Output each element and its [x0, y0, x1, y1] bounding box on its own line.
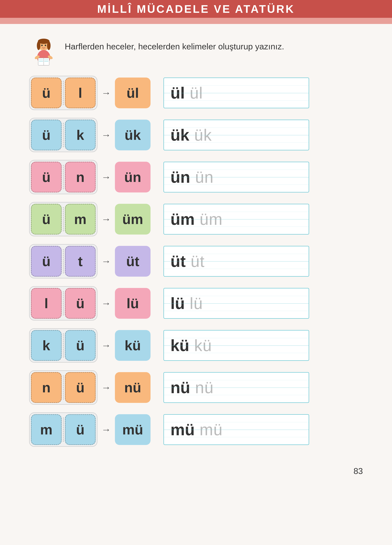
- result-box-row-6: lü: [115, 288, 150, 319]
- writing-solid-row-5: üt: [170, 252, 186, 271]
- letter-box-2-row-7: ü: [65, 330, 96, 361]
- writing-solid-row-8: nü: [170, 378, 190, 397]
- writing-solid-row-6: lü: [170, 294, 185, 313]
- page-number: 83: [354, 466, 363, 476]
- letter-box-1-row-2: ü: [31, 120, 62, 150]
- letter-row-6: l ü → lü lü lü: [29, 286, 363, 321]
- letter-box-2-row-8: ü: [65, 372, 96, 403]
- svg-point-4: [47, 41, 51, 50]
- writing-area-row-6: lü lü: [163, 288, 309, 319]
- letter-box-1-row-8: n: [31, 372, 62, 403]
- svg-point-6: [45, 45, 46, 46]
- writing-solid-row-4: üm: [170, 210, 195, 229]
- result-box-row-8: nü: [115, 372, 150, 403]
- letter-box-2-row-2: k: [65, 120, 96, 150]
- writing-dotted-row-1: ül: [190, 84, 203, 102]
- letter-box-1-row-3: ü: [31, 162, 62, 192]
- writing-dotted-row-7: kü: [194, 336, 212, 355]
- writing-solid-row-2: ük: [170, 126, 189, 144]
- letter-rows: ü l → ül ül ül ü k → ük: [29, 76, 363, 447]
- letter-box-2-row-4: m: [65, 204, 96, 235]
- writing-dotted-row-3: ün: [195, 168, 214, 186]
- writing-area-row-3: ün ün: [163, 162, 309, 192]
- writing-dotted-row-6: lü: [190, 294, 203, 313]
- writing-dotted-row-9: mü: [199, 420, 223, 439]
- letter-box-2-row-3: n: [65, 162, 96, 192]
- letter-box-1-row-1: ü: [31, 78, 62, 108]
- result-box-row-9: mü: [115, 414, 150, 445]
- writing-solid-row-7: kü: [170, 336, 189, 355]
- writing-dotted-row-4: üm: [199, 210, 223, 229]
- letter-box-1-row-9: m: [31, 414, 62, 445]
- result-box-row-2: ük: [115, 120, 150, 150]
- letter-row-9: m ü → mü mü mü: [29, 412, 363, 447]
- mascot-icon: [29, 37, 58, 66]
- letter-box-2-row-9: ü: [65, 414, 96, 445]
- header-title: MİLLÎ MÜCADELE VE ATATÜRK: [97, 3, 295, 15]
- writing-area-row-5: üt üt: [163, 246, 309, 277]
- header-stripe: [0, 18, 392, 24]
- letter-box-1-row-6: l: [31, 288, 62, 319]
- result-box-row-7: kü: [115, 330, 150, 361]
- writing-area-row-2: ük ük: [163, 120, 309, 150]
- header-bar: MİLLÎ MÜCADELE VE ATATÜRK: [0, 0, 392, 18]
- result-box-row-3: ün: [115, 162, 150, 192]
- arrow-icon-row-7: →: [101, 340, 111, 351]
- letter-row-8: n ü → nü nü nü: [29, 370, 363, 405]
- svg-point-5: [41, 45, 43, 46]
- letter-row-5: ü t → üt üt üt: [29, 244, 363, 279]
- letter-box-2-row-1: l: [65, 78, 96, 108]
- letter-row-3: ü n → ün ün ün: [29, 160, 363, 194]
- writing-dotted-row-5: üt: [191, 252, 205, 271]
- letter-row-2: ü k → ük ük ük: [29, 118, 363, 152]
- arrow-icon-row-5: →: [101, 256, 111, 267]
- letter-box-2-row-6: ü: [65, 288, 96, 319]
- writing-area-row-8: nü nü: [163, 372, 309, 403]
- letter-box-1-row-7: k: [31, 330, 62, 361]
- arrow-icon-row-1: →: [101, 87, 111, 99]
- arrow-icon-row-4: →: [101, 214, 111, 225]
- svg-point-3: [37, 41, 40, 50]
- instruction-text: Harflerden heceler, hecelerden kelimeler…: [65, 37, 284, 53]
- writing-solid-row-3: ün: [170, 168, 190, 186]
- writing-dotted-row-8: nü: [195, 378, 214, 397]
- writing-area-row-9: mü mü: [163, 414, 309, 445]
- letter-box-1-row-4: ü: [31, 204, 62, 235]
- writing-solid-row-1: ül: [170, 84, 185, 102]
- writing-area-row-1: ül ül: [163, 78, 309, 108]
- writing-solid-row-9: mü: [170, 420, 195, 439]
- letter-row-1: ü l → ül ül ül: [29, 76, 363, 110]
- arrow-icon-row-3: →: [101, 172, 111, 183]
- result-box-row-5: üt: [115, 246, 150, 277]
- page-footer: 83: [0, 460, 392, 482]
- letter-box-2-row-5: t: [65, 246, 96, 277]
- arrow-icon-row-2: →: [101, 130, 111, 141]
- instruction-row: Harflerden heceler, hecelerden kelimeler…: [29, 37, 363, 66]
- arrow-icon-row-6: →: [101, 298, 111, 309]
- writing-dotted-row-2: ük: [194, 126, 212, 144]
- result-box-row-4: üm: [115, 204, 150, 235]
- writing-area-row-4: üm üm: [163, 204, 309, 235]
- arrow-icon-row-9: →: [101, 424, 111, 435]
- letter-box-1-row-5: ü: [31, 246, 62, 277]
- result-box-row-1: ül: [115, 78, 150, 108]
- arrow-icon-row-8: →: [101, 382, 111, 393]
- letter-row-4: ü m → üm üm üm: [29, 202, 363, 236]
- letter-row-7: k ü → kü kü kü: [29, 328, 363, 363]
- writing-area-row-7: kü kü: [163, 330, 309, 361]
